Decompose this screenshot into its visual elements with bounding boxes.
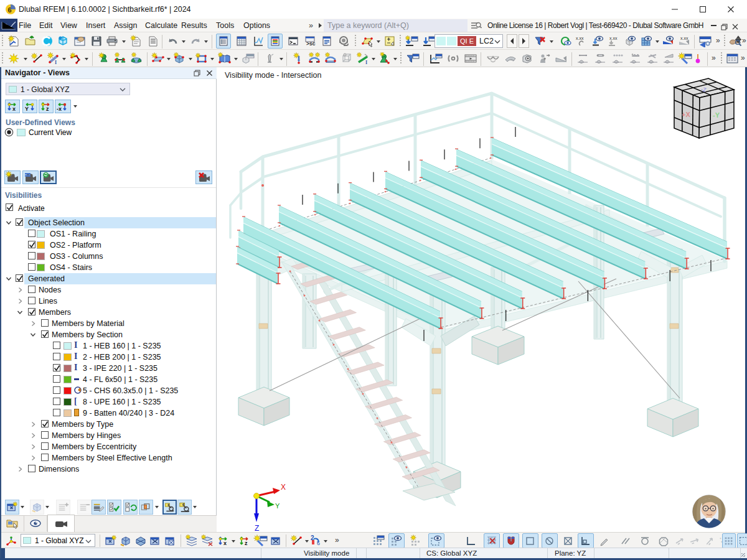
svg-text:X: X [281,483,286,492]
svg-text:6: 6 [317,540,320,546]
svg-text:x.xx: x.xx [680,36,688,40]
svg-text:I: I [55,60,57,65]
svg-text:x.xx: x.xx [609,36,618,40]
svg-text:6: 6 [8,6,12,14]
svg-text:>sc: >sc [306,40,316,47]
svg-text:x: x [223,540,227,546]
svg-text:Y: Y [25,106,29,112]
svg-text:z: z [46,106,49,112]
svg-text:x.xx: x.xx [576,36,584,40]
svg-text:I: I [365,60,367,65]
svg-text:z: z [245,540,248,546]
svg-text:-Y: -Y [713,111,720,119]
svg-text:x: x [12,106,16,112]
svg-text:Y: Y [275,502,280,510]
svg-text:-x: -x [57,106,62,112]
svg-text:Z: Z [255,524,259,532]
svg-text:+X: +X [682,111,690,118]
